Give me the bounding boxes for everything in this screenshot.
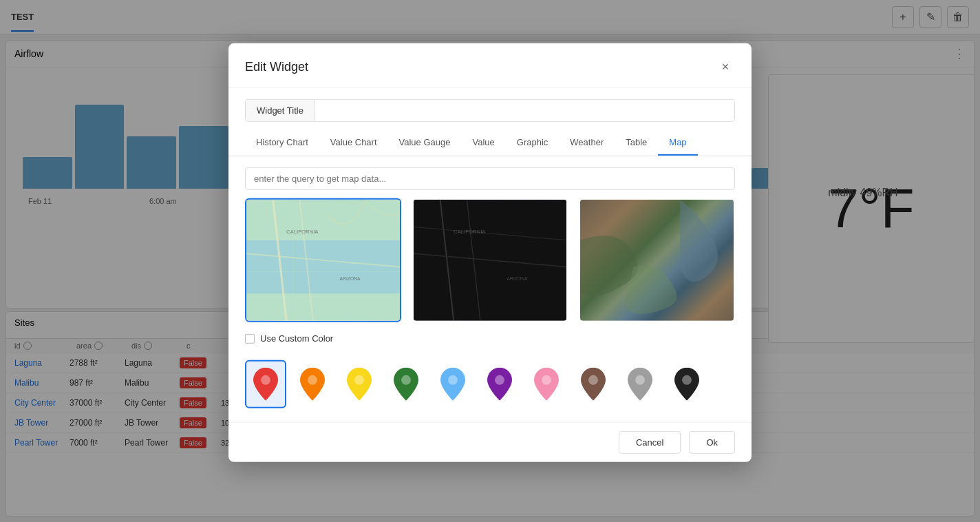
svg-rect-1 (246, 240, 400, 293)
widget-title-label: Widget Title (246, 100, 315, 121)
svg-text:ARIZONA: ARIZONA (340, 276, 361, 281)
svg-point-17 (682, 375, 692, 385)
pin-purple[interactable] (479, 360, 520, 408)
svg-point-11 (401, 375, 411, 385)
modal-header: Edit Widget × (228, 43, 752, 88)
modal-footer: Cancel Ok (228, 422, 752, 462)
edit-widget-modal: Edit Widget × Widget Title History Chart… (228, 43, 752, 462)
svg-text:ARIZONA: ARIZONA (507, 276, 528, 281)
svg-text:CALIFORNIA: CALIFORNIA (454, 229, 486, 235)
widget-title-input[interactable] (315, 100, 734, 121)
pin-blue[interactable] (432, 360, 473, 408)
svg-point-12 (448, 375, 458, 385)
pin-red[interactable] (245, 360, 286, 408)
tab-weather[interactable]: Weather (559, 130, 615, 156)
map-style-street[interactable]: CALIFORNIA ARIZONA (245, 198, 401, 322)
widget-title-row: Widget Title (245, 99, 735, 122)
map-style-thumbnails: CALIFORNIA ARIZONA CALIFORNIA ARIZONA (228, 198, 752, 333)
pin-orange[interactable] (292, 360, 333, 408)
custom-color-checkbox[interactable] (245, 333, 255, 343)
map-street-preview: CALIFORNIA ARIZONA (246, 200, 400, 321)
svg-text:CALIFORNIA: CALIFORNIA (286, 229, 319, 235)
tab-graphic[interactable]: Graphic (506, 130, 560, 156)
tab-table[interactable]: Table (615, 130, 658, 156)
map-query-input[interactable] (245, 167, 735, 190)
svg-point-16 (635, 375, 645, 385)
modal-close-button[interactable]: × (716, 57, 735, 76)
map-style-dark[interactable]: CALIFORNIA ARIZONA (412, 198, 568, 322)
pin-green[interactable] (385, 360, 427, 408)
pin-yellow[interactable] (339, 360, 380, 408)
svg-point-15 (588, 375, 598, 385)
custom-color-label: Use Custom Color (260, 333, 333, 344)
svg-point-8 (261, 375, 270, 385)
cancel-button[interactable]: Cancel (619, 431, 681, 454)
tab-history-chart[interactable]: History Chart (245, 130, 319, 156)
tab-value-gauge[interactable]: Value Gauge (388, 130, 462, 156)
tab-map[interactable]: Map (658, 130, 697, 156)
tab-value[interactable]: Value (461, 130, 505, 156)
pin-pink[interactable] (526, 360, 567, 408)
pin-grey[interactable] (619, 360, 661, 408)
tab-value-chart[interactable]: Value Chart (319, 130, 388, 156)
modal-title: Edit Widget (245, 59, 716, 74)
map-satellite-preview (580, 200, 734, 321)
svg-point-13 (495, 375, 504, 385)
svg-point-9 (308, 375, 317, 385)
map-dark-preview: CALIFORNIA ARIZONA (414, 200, 567, 321)
ok-button[interactable]: Ok (689, 431, 735, 454)
pin-black[interactable] (666, 360, 707, 408)
svg-point-14 (542, 375, 551, 385)
query-row (245, 167, 735, 190)
custom-color-row: Use Custom Color (228, 333, 752, 355)
widget-type-tabs: History Chart Value Chart Value Gauge Va… (228, 130, 752, 156)
map-style-satellite[interactable] (579, 198, 735, 322)
pin-color-row (228, 355, 752, 422)
pin-brown[interactable] (573, 360, 614, 408)
svg-rect-0 (246, 200, 400, 320)
svg-point-10 (354, 375, 364, 385)
